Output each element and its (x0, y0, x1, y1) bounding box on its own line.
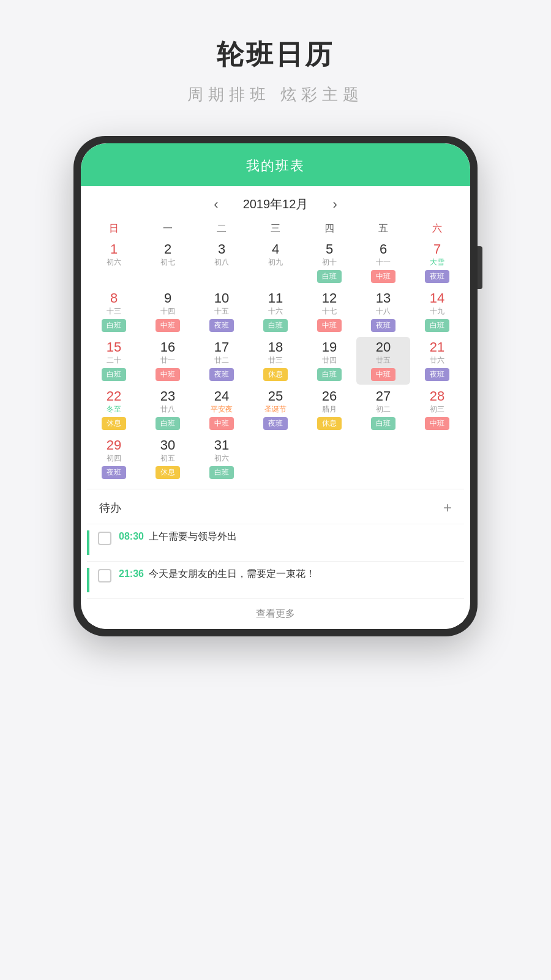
calendar-cell[interactable]: 10十五夜班 (195, 288, 249, 336)
calendar-cell[interactable] (302, 435, 356, 483)
calendar-cell[interactable]: 14十九白班 (410, 288, 464, 336)
todo-content: 08:30上午需要与领导外出 (119, 530, 452, 543)
shift-badge: 夜班 (425, 270, 449, 283)
calendar-cell[interactable]: 11十六白班 (249, 288, 302, 336)
calendar-cell[interactable] (356, 435, 410, 483)
calendar-cell[interactable]: 17廿二夜班 (195, 337, 249, 385)
todo-bar (87, 530, 89, 555)
prev-month-button[interactable]: ‹ (214, 197, 218, 213)
add-todo-button[interactable]: + (443, 499, 452, 516)
calendar-cell[interactable]: 30初五休息 (141, 435, 195, 483)
calendar-cell[interactable]: 9十四中班 (141, 288, 195, 336)
calendar-cell[interactable] (410, 435, 464, 483)
phone-inner: 我的班表 ‹ 2019年12月 › 日一二三四五六 1初六2初七3初八4初九5初… (81, 143, 470, 629)
calendar-cell[interactable]: 7大雪夜班 (410, 239, 464, 287)
app-subtitle: 周期排班 炫彩主题 (187, 84, 363, 105)
shift-badge: 夜班 (263, 417, 288, 430)
calendar-cell[interactable]: 29初四夜班 (87, 435, 141, 483)
todo-header: 待办 + (87, 489, 464, 524)
week-day-日: 日 (87, 219, 141, 239)
calendar-cell[interactable]: 12十七中班 (302, 288, 356, 336)
calendar-cell[interactable]: 13十八夜班 (356, 288, 410, 336)
calendar-cell[interactable]: 25圣诞节夜班 (249, 386, 302, 434)
shift-badge: 休息 (102, 417, 126, 430)
shift-badge: 中班 (425, 417, 449, 430)
shift-badge: 休息 (263, 368, 288, 381)
calendar-cell[interactable]: 2初七 (141, 239, 195, 287)
shift-badge: 白班 (102, 368, 126, 381)
shift-badge: 白班 (102, 319, 126, 332)
todo-section: 待办 + 08:30上午需要与领导外出21:36今天是女朋友的生日，需要定一束花… (87, 489, 464, 629)
calendar-cell[interactable]: 8十三白班 (87, 288, 141, 336)
shift-badge: 夜班 (425, 368, 449, 381)
shift-badge: 中班 (209, 417, 234, 430)
shift-badge: 中班 (317, 319, 342, 332)
app-title: 轮班日历 (217, 37, 334, 73)
calendar-cell[interactable]: 15二十白班 (87, 337, 141, 385)
shift-badge: 中班 (156, 319, 180, 332)
calendar-cell[interactable]: 23廿八白班 (141, 386, 195, 434)
calendar-cell[interactable]: 28初三中班 (410, 386, 464, 434)
week-day-二: 二 (195, 219, 249, 239)
shift-badge: 白班 (317, 368, 342, 381)
calendar-cell[interactable]: 31初六白班 (195, 435, 249, 483)
todo-item[interactable]: 08:30上午需要与领导外出 (87, 524, 464, 561)
calendar-header: 我的班表 (81, 143, 470, 186)
todo-item[interactable]: 21:36今天是女朋友的生日，需要定一束花！ (87, 561, 464, 598)
calendar-cell[interactable]: 27初二白班 (356, 386, 410, 434)
shift-badge: 夜班 (209, 319, 234, 332)
shift-badge: 中班 (371, 368, 395, 381)
todo-list: 08:30上午需要与领导外出21:36今天是女朋友的生日，需要定一束花！ (87, 524, 464, 598)
calendar-cell[interactable]: 19廿四白班 (302, 337, 356, 385)
calendar-cell[interactable]: 1初六 (87, 239, 141, 287)
shift-badge: 休息 (156, 466, 180, 479)
todo-checkbox[interactable] (98, 532, 111, 545)
calendar-grid: 1初六2初七3初八4初九5初十白班6十一中班7大雪夜班8十三白班9十四中班10十… (81, 239, 470, 489)
month-label: 2019年12月 (243, 196, 309, 213)
todo-time: 21:36 (119, 568, 144, 579)
calendar-cell[interactable]: 22冬至休息 (87, 386, 141, 434)
shift-badge: 夜班 (102, 466, 126, 479)
shift-badge: 夜班 (209, 368, 234, 381)
calendar-cell[interactable]: 3初八 (195, 239, 249, 287)
shift-badge: 夜班 (371, 319, 395, 332)
shift-badge: 白班 (156, 417, 180, 430)
calendar-cell[interactable]: 26腊月休息 (302, 386, 356, 434)
todo-title: 待办 (99, 500, 121, 515)
calendar-cell[interactable]: 18廿三休息 (249, 337, 302, 385)
shift-badge: 中班 (156, 368, 180, 381)
calendar-cell[interactable]: 21廿六夜班 (410, 337, 464, 385)
calendar-cell[interactable]: 6十一中班 (356, 239, 410, 287)
calendar-cell[interactable]: 16廿一中班 (141, 337, 195, 385)
todo-text: 上午需要与领导外出 (149, 531, 237, 541)
week-day-一: 一 (141, 219, 195, 239)
todo-more-button[interactable]: 查看更多 (87, 598, 464, 629)
month-nav: ‹ 2019年12月 › (81, 186, 470, 219)
todo-time: 08:30 (119, 531, 144, 541)
calendar-cell[interactable]: 20廿五中班 (356, 337, 410, 385)
calendar-cell[interactable]: 4初九 (249, 239, 302, 287)
shift-badge: 白班 (371, 417, 395, 430)
week-day-四: 四 (302, 219, 356, 239)
calendar-cell[interactable]: 24平安夜中班 (195, 386, 249, 434)
shift-badge: 白班 (425, 319, 449, 332)
calendar-cell[interactable] (249, 435, 302, 483)
shift-badge: 白班 (209, 466, 234, 479)
shift-badge: 白班 (317, 270, 342, 283)
phone-frame: 我的班表 ‹ 2019年12月 › 日一二三四五六 1初六2初七3初八4初九5初… (73, 136, 478, 636)
week-header: 日一二三四五六 (81, 219, 470, 239)
week-day-三: 三 (249, 219, 302, 239)
calendar-cell[interactable]: 5初十白班 (302, 239, 356, 287)
todo-bar (87, 568, 89, 592)
todo-text: 今天是女朋友的生日，需要定一束花！ (149, 568, 315, 579)
week-day-五: 五 (356, 219, 410, 239)
next-month-button[interactable]: › (332, 197, 337, 213)
shift-badge: 白班 (263, 319, 288, 332)
week-day-六: 六 (410, 219, 464, 239)
todo-content: 21:36今天是女朋友的生日，需要定一束花！ (119, 568, 452, 581)
shift-badge: 中班 (371, 270, 395, 283)
todo-checkbox[interactable] (98, 569, 111, 582)
shift-badge: 休息 (317, 417, 342, 430)
